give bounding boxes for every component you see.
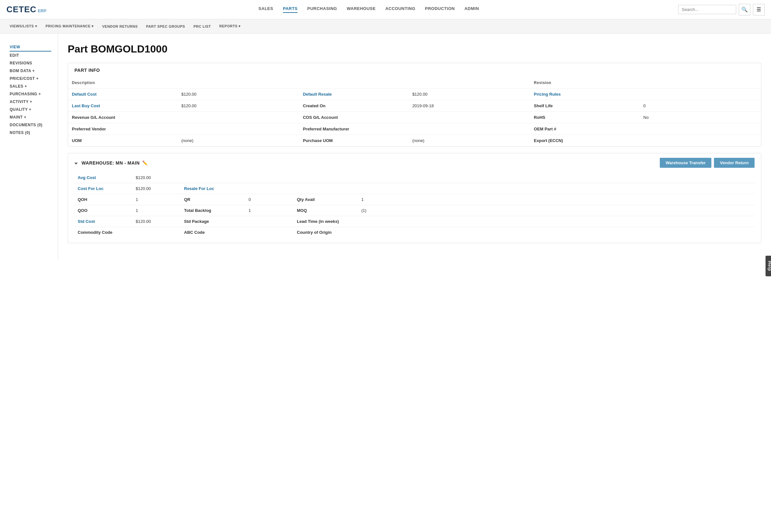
- avg-cost-value: $120.00: [132, 172, 181, 183]
- logo[interactable]: CETEC ERP: [6, 5, 46, 14]
- sidebar-item-quality[interactable]: QUALITY +: [10, 106, 51, 113]
- default-cost-value: $120.00: [177, 89, 299, 100]
- moq-label: MOQ: [294, 205, 358, 216]
- sec-nav-views-lists[interactable]: VIEWS/LISTS ▾: [6, 22, 40, 30]
- secondary-nav: VIEWS/LISTS ▾ PRICING MAINTENANCE ▾ VEND…: [0, 19, 771, 33]
- table-row: Preferred Vendor Preferred Manufacturer …: [68, 123, 761, 135]
- help-tab[interactable]: Help: [765, 256, 771, 259]
- std-cost-label[interactable]: Std Cost: [74, 216, 132, 227]
- nav-production[interactable]: PRODUCTION: [425, 6, 455, 13]
- resale-for-loc-label[interactable]: Resale For Loc: [181, 183, 245, 194]
- oem-part-label: OEM Part #: [530, 123, 639, 135]
- logo-erp: ERP: [38, 8, 46, 13]
- warehouse-card: WAREHOUSE: MN - MAIN ✏️ Warehouse Transf…: [68, 153, 761, 243]
- part-info-header: PART INFO: [68, 63, 761, 77]
- vendor-return-button[interactable]: Vendor Return: [714, 158, 755, 168]
- created-on-value: 2019-09-18: [408, 100, 530, 112]
- sec-nav-vendor-returns[interactable]: VENDOR RETURNS: [99, 23, 141, 30]
- sidebar-item-price-cost[interactable]: PRICE/COST +: [10, 75, 51, 82]
- cost-for-loc-value: $120.00: [132, 183, 181, 194]
- page-area: Part BOMGOLD1000 PART INFO Description R…: [58, 33, 771, 259]
- nav-accounting[interactable]: ACCOUNTING: [385, 6, 415, 13]
- nav-right: 🔍 ☰: [678, 4, 765, 15]
- total-backlog-value: 1: [245, 205, 294, 216]
- sidebar-item-revisions[interactable]: REVISIONS: [10, 59, 51, 67]
- sidebar-item-edit[interactable]: EDIT: [10, 52, 51, 59]
- abc-code-label: ABC Code: [181, 227, 245, 238]
- edit-icon[interactable]: ✏️: [142, 160, 148, 166]
- qoh-value: 1: [132, 194, 181, 205]
- table-row: Cost For Loc $120.00 Resale For Loc: [74, 183, 755, 194]
- shelf-life-label: Shelf Life: [530, 100, 639, 112]
- main-nav: SALES PARTS PURCHASING WAREHOUSE ACCOUNT…: [59, 6, 678, 13]
- warehouse-data-table: Avg Cost $120.00 Cost For Loc $120.00 Re…: [74, 172, 755, 238]
- table-row: Default Cost $120.00 Default Resale $120…: [68, 89, 761, 100]
- last-buy-cost-label[interactable]: Last Buy Cost: [68, 100, 177, 112]
- export-eccn-label: Export (ECCN): [530, 135, 639, 147]
- part-info-title: PART INFO: [74, 68, 100, 73]
- nav-parts[interactable]: PARTS: [283, 6, 298, 13]
- sec-nav-reports[interactable]: REPORTS ▾: [216, 22, 244, 30]
- total-backlog-label: Total Backlog: [181, 205, 245, 216]
- preferred-manufacturer-label: Preferred Manufacturer: [299, 123, 408, 135]
- sidebar-item-bom-data[interactable]: BOM DATA +: [10, 67, 51, 75]
- default-resale-label[interactable]: Default Resale: [299, 89, 408, 100]
- std-cost-value: $120.00: [132, 216, 181, 227]
- warehouse-header: WAREHOUSE: MN - MAIN ✏️ Warehouse Transf…: [68, 153, 761, 172]
- part-info-table: Description Revision Default Cost $120.0…: [68, 77, 761, 146]
- std-package-label: Std Package: [181, 216, 245, 227]
- default-cost-label[interactable]: Default Cost: [68, 89, 177, 100]
- lead-time-label: Lead Time (in weeks): [294, 216, 358, 227]
- warehouse-title-text: WAREHOUSE: MN - MAIN: [81, 160, 139, 166]
- logo-cetec: CETEC: [6, 5, 36, 14]
- qr-value: 0: [245, 194, 294, 205]
- search-input[interactable]: [678, 5, 736, 14]
- warehouse-transfer-button[interactable]: Warehouse Transfer: [660, 158, 712, 168]
- table-row: QOO 1 Total Backlog 1 MOQ (1): [74, 205, 755, 216]
- nav-warehouse[interactable]: WAREHOUSE: [347, 6, 376, 13]
- table-row: UOM (none) Purchase UOM (none) Export (E…: [68, 135, 761, 147]
- qty-avail-label: Qty Avail: [294, 194, 358, 205]
- commodity-code-label: Commodity Code: [74, 227, 132, 238]
- table-row: Revenue G/L Account COS G/L Account RoHS…: [68, 112, 761, 123]
- main-content: VIEW EDIT REVISIONS BOM DATA + PRICE/COS…: [0, 33, 771, 259]
- shelf-life-value: 0: [640, 100, 761, 112]
- warehouse-table-wrapper: Avg Cost $120.00 Cost For Loc $120.00 Re…: [68, 172, 761, 243]
- col-description-header: Description: [68, 77, 177, 89]
- nav-sales[interactable]: SALES: [259, 6, 273, 13]
- qoo-value: 1: [132, 205, 181, 216]
- avg-cost-label[interactable]: Avg Cost: [74, 172, 132, 183]
- table-row: Commodity Code ABC Code Country of Origi…: [74, 227, 755, 238]
- sidebar-item-view[interactable]: VIEW: [10, 43, 51, 52]
- purchase-uom-label: Purchase UOM: [299, 135, 408, 147]
- sec-nav-prc-list[interactable]: PRC LIST: [190, 23, 214, 30]
- qoo-label: QOO: [74, 205, 132, 216]
- cost-for-loc-label[interactable]: Cost For Loc: [74, 183, 132, 194]
- col-revision-header: Revision: [530, 77, 639, 89]
- menu-button[interactable]: ☰: [753, 4, 765, 15]
- purchase-uom-value: (none): [408, 135, 530, 147]
- rohs-label: RoHS: [530, 112, 639, 123]
- sidebar-item-documents[interactable]: DOCUMENTS (0): [10, 121, 51, 129]
- triangle-down-icon: [74, 160, 79, 166]
- pricing-rules-label[interactable]: Pricing Rules: [530, 89, 639, 100]
- sidebar-item-notes[interactable]: NOTES (0): [10, 129, 51, 137]
- table-row: Std Cost $120.00 Std Package Lead Time (…: [74, 216, 755, 227]
- sidebar-item-activity[interactable]: ACTIVITY +: [10, 98, 51, 106]
- nav-admin[interactable]: ADMIN: [464, 6, 479, 13]
- last-buy-cost-value: $120.00: [177, 100, 299, 112]
- qty-avail-value: 1: [358, 194, 755, 205]
- sidebar-item-maint[interactable]: MAINT +: [10, 113, 51, 121]
- default-resale-value: $120.00: [408, 89, 530, 100]
- part-info-card: PART INFO Description Revision Default C…: [68, 63, 761, 147]
- warehouse-title: WAREHOUSE: MN - MAIN ✏️: [74, 160, 148, 166]
- sidebar-item-purchasing[interactable]: PURCHASING +: [10, 90, 51, 98]
- rohs-value: No: [640, 112, 761, 123]
- nav-purchasing[interactable]: PURCHASING: [307, 6, 337, 13]
- sidebar: VIEW EDIT REVISIONS BOM DATA + PRICE/COS…: [0, 33, 58, 259]
- sidebar-item-sales[interactable]: SALES +: [10, 82, 51, 90]
- sec-nav-pricing-maintenance[interactable]: PRICING MAINTENANCE ▾: [42, 22, 97, 30]
- warehouse-header-buttons: Warehouse Transfer Vendor Return: [660, 158, 755, 168]
- search-button[interactable]: 🔍: [739, 4, 750, 15]
- sec-nav-part-spec-groups[interactable]: PART SPEC GROUPS: [143, 23, 188, 30]
